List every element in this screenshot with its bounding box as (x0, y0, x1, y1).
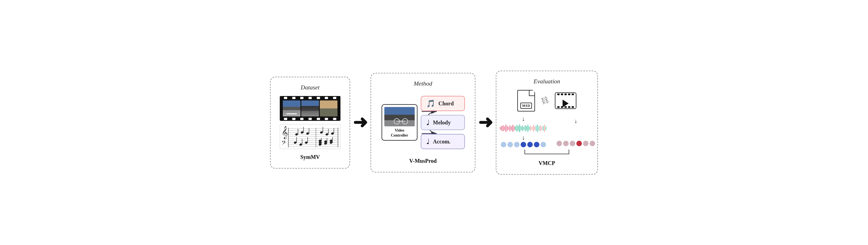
svg-rect-54 (505, 124, 506, 132)
svg-rect-56 (508, 127, 509, 130)
svg-point-35 (318, 143, 322, 146)
film-frame-3 (320, 100, 337, 116)
svg-point-17 (301, 131, 304, 133)
svg-rect-67 (523, 127, 524, 130)
waveform-display (499, 123, 548, 133)
svg-rect-65 (521, 126, 522, 130)
svg-rect-63 (518, 126, 519, 131)
video-file-icon (555, 92, 577, 109)
dataset-title: Dataset (301, 84, 319, 91)
film-frame-2 (301, 100, 319, 116)
arrow-2: ➜ (475, 114, 496, 131)
svg-rect-82 (544, 125, 545, 132)
svg-rect-70 (528, 125, 528, 132)
svg-point-23 (325, 133, 329, 135)
chord-icon: 🎵 (426, 99, 435, 108)
svg-rect-78 (538, 126, 539, 130)
svg-rect-71 (529, 127, 530, 130)
evaluation-panel: Evaluation MID ⛓ (496, 71, 598, 175)
melody-icon: ♩ (426, 118, 430, 127)
svg-rect-57 (509, 125, 510, 131)
svg-rect-61 (515, 126, 516, 130)
method-title: Method (413, 80, 432, 87)
sheet-music: 𝄞 𝄢 (280, 124, 340, 149)
down-arrow-2: ↓ (522, 134, 525, 141)
svg-rect-51 (501, 126, 502, 131)
beads-row-2 (557, 141, 595, 146)
svg-rect-73 (532, 127, 532, 130)
svg-point-29 (299, 143, 302, 146)
svg-text:𝄢: 𝄢 (281, 140, 286, 148)
accom-label: Accom. (433, 138, 451, 145)
svg-text:𝄞: 𝄞 (281, 126, 288, 139)
svg-rect-58 (511, 126, 512, 130)
svg-rect-59 (513, 125, 513, 132)
svg-rect-62 (517, 125, 517, 132)
svg-rect-80 (541, 127, 542, 130)
eval-icons-row: MID ⛓ (517, 90, 577, 112)
melody-output-box: ♩ Melody (421, 115, 465, 130)
svg-rect-53 (504, 126, 505, 130)
midi-text: MID (520, 103, 532, 109)
svg-point-15 (295, 133, 298, 135)
svg-point-27 (293, 141, 297, 144)
svg-point-21 (320, 131, 323, 133)
eval-content-row: ↓ (499, 115, 595, 147)
eval-right-col: ↓ (557, 118, 595, 146)
svg-point-31 (305, 141, 308, 144)
svg-rect-74 (533, 125, 534, 132)
film-frame-1 (283, 100, 301, 116)
svg-rect-76 (536, 126, 537, 131)
svg-rect-64 (519, 124, 520, 132)
main-diagram: Dataset (269, 71, 599, 175)
arrow-1: ➜ (350, 114, 371, 131)
dataset-panel: Dataset (270, 77, 350, 169)
evaluation-label: VMCP (538, 160, 555, 166)
svg-rect-66 (522, 126, 523, 131)
svg-rect-68 (525, 125, 526, 131)
chord-output-box: 🎵 Chord (421, 96, 465, 111)
evaluation-title: Evaluation (534, 78, 560, 85)
svg-rect-50 (500, 127, 501, 130)
svg-rect-52 (503, 125, 503, 131)
beads-row-1 (501, 142, 546, 147)
svg-rect-75 (534, 126, 535, 130)
svg-rect-79 (540, 125, 541, 131)
down-arrow-3: ↓ (575, 118, 578, 125)
method-panel: Method (371, 73, 475, 173)
svg-rect-72 (530, 126, 531, 131)
eval-left-col: ↓ (499, 115, 548, 147)
svg-rect-69 (526, 126, 527, 130)
chord-label: Chord (438, 100, 454, 106)
method-label: V-MusProd (409, 158, 436, 164)
svg-rect-81 (543, 126, 544, 131)
right-arrow-2: ➜ (478, 114, 493, 131)
svg-rect-55 (507, 126, 508, 131)
link-icon: ⛓ (540, 95, 550, 106)
svg-rect-60 (514, 126, 515, 130)
dataset-label: SymMV (300, 154, 320, 160)
svg-rect-83 (546, 126, 546, 130)
melody-label: Melody (433, 119, 451, 126)
midi-icon: MID (517, 90, 535, 112)
bracket-vmcp (519, 148, 575, 155)
svg-rect-77 (537, 124, 538, 132)
right-arrow-1: ➜ (353, 114, 368, 131)
film-strip (280, 96, 340, 121)
accom-output-box: ♩ Accom. (421, 134, 465, 149)
svg-point-41 (330, 141, 333, 144)
down-arrow-1: ↓ (522, 115, 525, 123)
accom-icon: ♩ (426, 137, 430, 146)
